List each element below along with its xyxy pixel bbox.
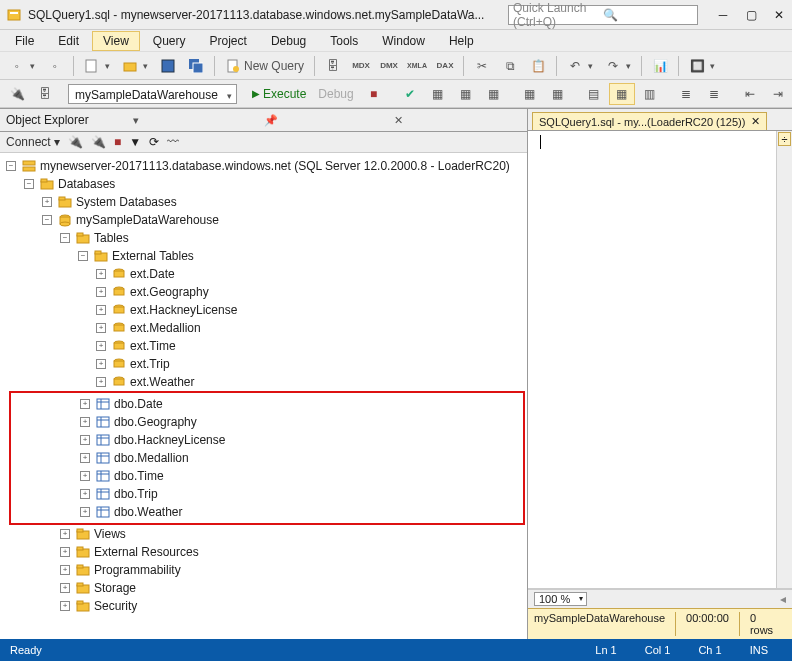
server-node[interactable]: −mynewserver-20171113.database.windows.n…: [2, 157, 525, 175]
external-tables-folder[interactable]: −External Tables: [2, 247, 525, 265]
save-button[interactable]: [155, 55, 181, 77]
svg-rect-23: [114, 271, 124, 277]
programmability-folder[interactable]: +Programmability: [2, 561, 525, 579]
dbo-table-node[interactable]: +dbo.Time: [11, 467, 523, 485]
menu-debug[interactable]: Debug: [260, 31, 317, 51]
refresh-icon[interactable]: ⟳: [149, 135, 159, 149]
ext-table-node[interactable]: +ext.Trip: [2, 355, 525, 373]
split-handle-icon[interactable]: ÷: [778, 132, 791, 146]
activity-monitor-icon[interactable]: 📊: [647, 55, 673, 77]
db-engine-query-icon[interactable]: 🗄: [320, 55, 346, 77]
menu-project[interactable]: Project: [199, 31, 258, 51]
editor-tab[interactable]: SQLQuery1.sql - my...(LoaderRC20 (125)) …: [532, 112, 767, 130]
redo-button[interactable]: ↷: [600, 55, 636, 77]
dbo-table-node[interactable]: +dbo.Medallion: [11, 449, 523, 467]
h-scroll-left-icon[interactable]: ◂: [780, 592, 786, 606]
tables-folder[interactable]: −Tables: [2, 229, 525, 247]
comment-icon[interactable]: ≣: [673, 83, 699, 105]
results-text-icon[interactable]: ▤: [581, 83, 607, 105]
svg-rect-4: [162, 60, 174, 72]
mdx-query-icon[interactable]: MDX: [348, 55, 374, 77]
zoom-combo[interactable]: 100 %: [534, 592, 587, 606]
debug-button[interactable]: Debug: [313, 84, 358, 104]
new-query-button[interactable]: New Query: [220, 55, 309, 77]
ext-table-node[interactable]: +ext.HackneyLicense: [2, 301, 525, 319]
ext-table-node[interactable]: +ext.Time: [2, 337, 525, 355]
menu-file[interactable]: File: [4, 31, 45, 51]
menu-help[interactable]: Help: [438, 31, 485, 51]
activity-icon[interactable]: 〰: [167, 135, 179, 149]
panel-dropdown-icon[interactable]: ▾: [129, 114, 260, 127]
xmla-query-icon[interactable]: XMLA: [404, 55, 430, 77]
indent-inc-icon[interactable]: ⇥: [765, 83, 791, 105]
svg-rect-0: [8, 10, 20, 20]
dmx-query-icon[interactable]: DMX: [376, 55, 402, 77]
disconnect-icon[interactable]: 🔌: [68, 135, 83, 149]
minimize-button[interactable]: ─: [716, 8, 730, 22]
toolbar-sql: 🔌 🗄 mySampleDataWarehouse ▶Execute Debug…: [0, 80, 792, 108]
filter-icon[interactable]: ▼: [129, 135, 141, 149]
tab-close-icon[interactable]: ✕: [751, 115, 760, 128]
database-combo[interactable]: mySampleDataWarehouse: [68, 84, 237, 104]
open-button[interactable]: [117, 55, 153, 77]
change-connection-icon[interactable]: 🔌: [4, 83, 30, 105]
storage-folder[interactable]: +Storage: [2, 579, 525, 597]
execute-button[interactable]: ▶Execute: [247, 84, 311, 104]
maximize-button[interactable]: ▢: [744, 8, 758, 22]
paste-button[interactable]: 📋: [525, 55, 551, 77]
indent-dec-icon[interactable]: ⇤: [737, 83, 763, 105]
ext-table-node[interactable]: +ext.Medallion: [2, 319, 525, 337]
copy-button[interactable]: ⧉: [497, 55, 523, 77]
stop-icon[interactable]: ■: [114, 135, 121, 149]
dbo-table-node[interactable]: +dbo.Weather: [11, 503, 523, 521]
find-button[interactable]: 🔲: [684, 55, 720, 77]
intellisense-icon[interactable]: ▦: [481, 83, 507, 105]
cut-button[interactable]: ✂: [469, 55, 495, 77]
nav-forward-button[interactable]: ◦: [42, 55, 68, 77]
uncomment-icon[interactable]: ≣: [701, 83, 727, 105]
new-item-button[interactable]: [79, 55, 115, 77]
database-node[interactable]: −mySampleDataWarehouse: [2, 211, 525, 229]
undo-button[interactable]: ↶: [562, 55, 598, 77]
dbo-table-node[interactable]: +dbo.Geography: [11, 413, 523, 431]
dbo-table-node[interactable]: +dbo.Date: [11, 395, 523, 413]
menu-tools[interactable]: Tools: [319, 31, 369, 51]
dax-query-icon[interactable]: DAX: [432, 55, 458, 77]
stop-button[interactable]: ■: [361, 83, 387, 105]
results-file-icon[interactable]: ▥: [637, 83, 663, 105]
query-options-icon[interactable]: ▦: [453, 83, 479, 105]
panel-pin-icon[interactable]: 📌: [260, 114, 391, 127]
security-folder[interactable]: +Security: [2, 597, 525, 615]
menu-window[interactable]: Window: [371, 31, 436, 51]
disconnect-all-icon[interactable]: 🔌: [91, 135, 106, 149]
dbo-table-node[interactable]: +dbo.Trip: [11, 485, 523, 503]
client-stats-icon[interactable]: ▦: [545, 83, 571, 105]
sql-editor[interactable]: ÷: [528, 131, 792, 589]
ext-table-node[interactable]: +ext.Geography: [2, 283, 525, 301]
menu-query[interactable]: Query: [142, 31, 197, 51]
ext-table-node[interactable]: +ext.Date: [2, 265, 525, 283]
close-button[interactable]: ✕: [772, 8, 786, 22]
menu-edit[interactable]: Edit: [47, 31, 90, 51]
panel-close-icon[interactable]: ✕: [390, 114, 521, 127]
editor-zoom-bar: 100 % ◂: [528, 589, 792, 608]
connect-button[interactable]: Connect ▾: [6, 135, 60, 149]
editor-scrollbar[interactable]: ÷: [776, 131, 792, 588]
ext-table-node[interactable]: +ext.Weather: [2, 373, 525, 391]
databases-folder[interactable]: −Databases: [2, 175, 525, 193]
external-resources-folder[interactable]: +External Resources: [2, 543, 525, 561]
estimated-plan-icon[interactable]: ▦: [425, 83, 451, 105]
dbo-table-node[interactable]: +dbo.HackneyLicense: [11, 431, 523, 449]
nav-back-button[interactable]: ◦: [4, 55, 40, 77]
menu-view[interactable]: View: [92, 31, 140, 51]
quick-launch-input[interactable]: Quick Launch (Ctrl+Q) 🔍: [508, 5, 698, 25]
svg-rect-60: [77, 547, 83, 550]
available-databases-icon[interactable]: 🗄: [32, 83, 58, 105]
views-folder[interactable]: +Views: [2, 525, 525, 543]
object-explorer-tree[interactable]: −mynewserver-20171113.database.windows.n…: [0, 153, 527, 639]
results-grid-icon[interactable]: ▦: [609, 83, 635, 105]
system-databases-folder[interactable]: +System Databases: [2, 193, 525, 211]
save-all-button[interactable]: [183, 55, 209, 77]
actual-plan-icon[interactable]: ▦: [517, 83, 543, 105]
parse-button[interactable]: ✔: [397, 83, 423, 105]
